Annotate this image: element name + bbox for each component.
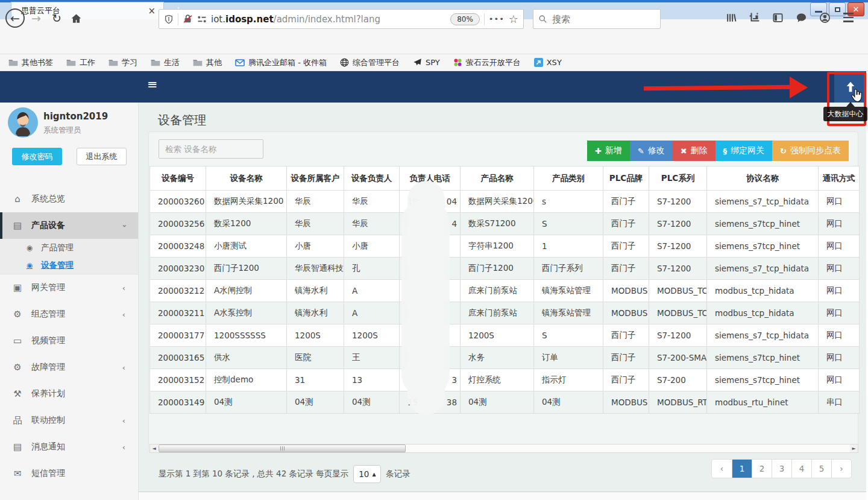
sidebar-item-消息通知[interactable]: ▤消息通知‹ <box>0 434 139 460</box>
plane-icon <box>413 58 422 67</box>
sidebar-item-联动控制[interactable]: 品联动控制‹ <box>0 407 139 434</box>
page-next[interactable]: › <box>831 460 851 478</box>
bookmark-item[interactable]: 萤石云开放平台 <box>453 57 521 68</box>
table-toolbar: ✚新增✎修改✖删除§绑定网关↻强制同步点表 <box>587 141 849 161</box>
cell: 西门子1200 <box>206 258 287 280</box>
toolbar-button-修改[interactable]: ✎修改 <box>630 141 673 161</box>
table-row[interactable]: 200003165供水医院王18水务订单西门子S7-200-SMARTsieme… <box>150 347 860 369</box>
sidebar-toggle-icon[interactable]: ≡ <box>147 77 158 92</box>
toolbar-button-强制同步点表[interactable]: ↻强制同步点表 <box>772 141 849 161</box>
folder-icon <box>193 59 203 66</box>
table-row[interactable]: 200003211A水泵控制镇海水利A13庶来门前泵站镇海泵站管理MODBUSM… <box>150 302 860 324</box>
bookmark-item[interactable]: 生活 <box>151 57 180 68</box>
page-5[interactable]: 5 <box>811 460 831 478</box>
page-2[interactable]: 2 <box>752 460 772 478</box>
search-input[interactable] <box>552 14 643 25</box>
bookmark-item[interactable]: XSY <box>534 58 562 67</box>
sidebar-item-视频管理[interactable]: ▭视频管理 <box>0 328 139 354</box>
bookmark-item[interactable]: 腾讯企业邮箱 - 收件箱 <box>235 57 327 68</box>
page-actions-icon[interactable]: ••• <box>489 14 505 24</box>
column-header[interactable]: 产品名称 <box>461 166 534 191</box>
column-header[interactable]: 设备名称 <box>206 166 287 191</box>
toolbar-button-绑定网关[interactable]: §绑定网关 <box>715 141 773 161</box>
column-header[interactable]: 设备所属客户 <box>287 166 344 191</box>
url-bar[interactable]: iot.idosp.net/admin/index.html?lang 80% … <box>159 9 524 29</box>
table-row[interactable]: 200003256数采1200华辰华辰184数采S71200S西门子S7-120… <box>150 213 860 235</box>
table-row[interactable]: 200003230西门子1200华辰智通科技孔15西门子1200西门子系列西门子… <box>150 258 860 280</box>
sidebar-subitem-设备管理[interactable]: ◉设备管理 <box>0 256 139 274</box>
page-prev[interactable]: ‹ <box>712 460 732 478</box>
url-text[interactable]: iot.idosp.net/admin/index.html?lang <box>211 14 446 25</box>
column-header[interactable]: 设备负责人 <box>344 166 400 191</box>
shield-icon[interactable] <box>164 14 174 24</box>
account-icon <box>819 12 831 24</box>
page-4[interactable]: 4 <box>791 460 811 478</box>
column-header[interactable]: 设备编号 <box>150 166 206 191</box>
sidebars-button[interactable] <box>769 8 787 27</box>
bookmark-item[interactable]: 其他 <box>193 57 222 68</box>
page-1[interactable]: 1 <box>732 460 752 478</box>
bookmark-item[interactable]: 综合管理平台 <box>340 57 400 68</box>
column-header[interactable]: 协议名称 <box>707 166 819 191</box>
divider <box>178 13 178 25</box>
table-row[interactable]: 2000031771200SSSSSS1200S1200S151200SS西门子… <box>150 324 860 347</box>
browser-search[interactable] <box>533 9 661 29</box>
zoom-level-badge[interactable]: 80% <box>450 13 480 25</box>
table-row[interactable]: 200003152控制demo3113153灯控系统指示灯西门子S7-200si… <box>150 369 860 391</box>
account-button[interactable] <box>816 8 834 27</box>
column-header[interactable]: PLC系列 <box>649 166 707 191</box>
horizontal-scrollbar[interactable]: ◄ ► <box>149 444 858 453</box>
messages-button[interactable] <box>792 8 810 27</box>
screenshot-button[interactable] <box>745 8 763 27</box>
column-header[interactable]: PLC品牌 <box>603 166 649 191</box>
menu-button[interactable] <box>839 8 857 27</box>
sidebar-item-系统总览[interactable]: ⌂系统总览 <box>0 186 139 212</box>
table-row[interactable]: 200003248小唐测试小唐小唐13字符串12001西门子S7-1200sie… <box>150 235 860 258</box>
permissions-icon[interactable] <box>197 15 207 24</box>
device-search-input[interactable] <box>159 139 263 159</box>
table-row[interactable]: 200003212A水闸控制镇海水利A13庶来门前泵站镇海泵站管理MODBUSM… <box>150 280 860 302</box>
back-button[interactable]: ← <box>5 8 25 28</box>
cell: 华辰 <box>344 191 400 213</box>
column-header[interactable]: 产品类别 <box>534 166 603 191</box>
sidebar-item-网关管理[interactable]: ▣网关管理‹ <box>0 274 139 301</box>
sidebar-item-产品设备[interactable]: ▤产品设备‹ <box>0 212 139 239</box>
bookmark-item[interactable]: SPY <box>413 58 440 67</box>
bookmark-item[interactable]: 学习 <box>108 57 137 68</box>
sidebar-item-短信管理[interactable]: ✉短信管理 <box>0 460 139 487</box>
sidebar-item-保养计划[interactable]: ⚒保养计划 <box>0 381 139 407</box>
monitor-icon: ▭ <box>11 335 24 346</box>
column-header[interactable]: 通讯方式 <box>819 166 860 191</box>
cell: 西门子系列 <box>534 258 603 280</box>
page-size-select[interactable]: 10 ▲ <box>353 465 381 483</box>
home-icon <box>71 13 82 24</box>
scrollbar-thumb[interactable] <box>159 445 406 452</box>
tab-close-icon[interactable]: × <box>146 5 157 16</box>
scrollbar-track[interactable] <box>158 445 850 452</box>
sidebar-item-组态管理[interactable]: ⚙组态管理‹ <box>0 301 139 328</box>
library-button[interactable] <box>722 8 740 27</box>
insecure-lock-icon[interactable] <box>183 14 193 24</box>
home-button[interactable] <box>66 8 86 28</box>
page-3[interactable]: 3 <box>772 460 791 478</box>
forward-button[interactable]: → <box>27 8 46 28</box>
toolbar-button-新增[interactable]: ✚新增 <box>587 141 630 161</box>
bookmark-label: 萤石云开放平台 <box>466 57 521 68</box>
scroll-right-icon[interactable]: ► <box>850 445 858 452</box>
logout-button[interactable]: 退出系统 <box>77 148 127 165</box>
scroll-left-icon[interactable]: ◄ <box>150 445 158 452</box>
change-password-button[interactable]: 修改密码 <box>12 148 62 165</box>
cell: 1200S <box>344 324 400 347</box>
toolbar-button-删除[interactable]: ✖删除 <box>673 141 715 161</box>
bookmark-item[interactable]: 工作 <box>66 57 95 68</box>
username: hignton2019 <box>43 111 108 122</box>
sidebar-item-故障管理[interactable]: ⚙故障管理‹ <box>0 354 139 381</box>
bookmark-item[interactable]: 其他书签 <box>8 57 53 68</box>
sidebar-subitem-产品管理[interactable]: ◉产品管理 <box>0 239 139 256</box>
bookmark-star-icon[interactable]: ☆ <box>509 13 518 25</box>
reload-button[interactable]: ↻ <box>47 8 66 28</box>
table-row[interactable]: 20000314904测04测04测153804测04测MODBUSMODBUS… <box>150 391 860 414</box>
cell: modbus_tcp_hidata <box>707 302 819 324</box>
table-row[interactable]: 200003260数据网关采集1200华辰华辰1804数据网关采集1200s西门… <box>150 191 860 213</box>
chevron-left-icon: ‹ <box>122 310 125 319</box>
